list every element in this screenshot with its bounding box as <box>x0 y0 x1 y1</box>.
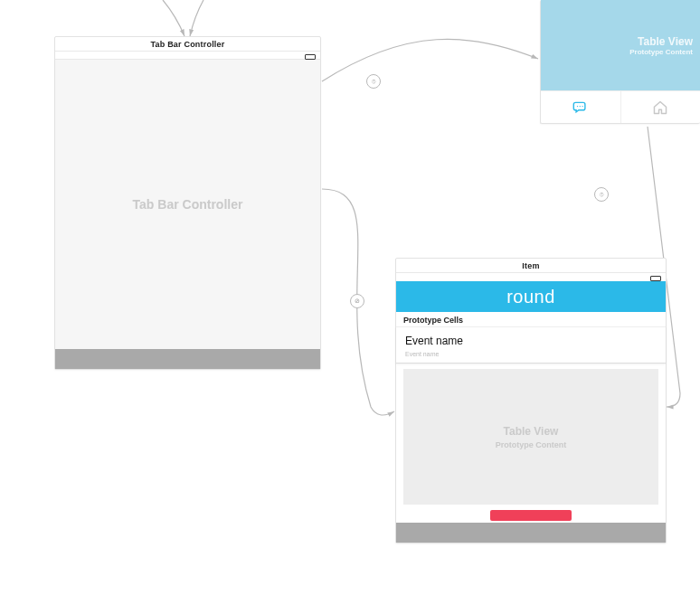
table-cell[interactable]: Event name Event name <box>396 326 666 364</box>
tab-item-home[interactable] <box>621 91 701 123</box>
home-icon <box>652 100 668 115</box>
scene-title: Item <box>396 259 666 273</box>
partial-table-placeholder: Table View Prototype Content <box>541 0 700 90</box>
scene-item[interactable]: Item round Prototype Cells Event name Ev… <box>395 258 667 543</box>
segue-badge-push-1: ⊘ <box>350 294 364 308</box>
placeholder-subtitle: Prototype Content <box>496 440 567 449</box>
prototype-cells-label: Prototype Cells <box>396 312 666 326</box>
scene-partial-top-right[interactable]: Table View Prototype Content <box>540 0 700 124</box>
cell-title: Event name <box>405 335 657 347</box>
svg-point-0 <box>577 105 578 106</box>
tab-bar-footer <box>396 523 666 543</box>
tab-item-chat[interactable] <box>541 91 621 123</box>
scene-body: Prototype Cells Event name Event name Ta… <box>396 312 666 523</box>
segue-badge-relationship-2: ⦶ <box>594 187 609 202</box>
scene-body: Tab Bar Controller <box>55 60 320 349</box>
chat-icon <box>572 101 589 114</box>
segue-badge-relationship-1: ⦶ <box>366 74 381 89</box>
tab-bar <box>541 90 700 123</box>
table-view-placeholder: Table View Prototype Content <box>403 369 658 505</box>
status-bar <box>55 52 320 60</box>
scene-title: Tab Bar Controller <box>55 37 320 52</box>
scene-tab-bar-controller[interactable]: Tab Bar Controller Tab Bar Controller <box>54 36 321 370</box>
segue-glyph: ⦶ <box>372 78 375 85</box>
placeholder-title: Table View <box>638 35 693 48</box>
svg-point-2 <box>582 105 582 106</box>
status-bar <box>396 273 666 281</box>
accent-button[interactable] <box>490 510 572 521</box>
tab-bar-footer <box>55 349 320 369</box>
placeholder-label: Tab Bar Controller <box>133 197 243 212</box>
segue-glyph: ⊘ <box>355 298 360 305</box>
navigation-title: round <box>506 287 555 307</box>
cell-subtitle: Event name <box>405 351 657 357</box>
svg-point-1 <box>579 105 580 106</box>
placeholder-subtitle: Prototype Content <box>629 48 693 56</box>
segue-glyph: ⦶ <box>600 191 603 198</box>
placeholder-title: Table View <box>504 425 559 438</box>
navigation-bar: round <box>396 281 666 312</box>
